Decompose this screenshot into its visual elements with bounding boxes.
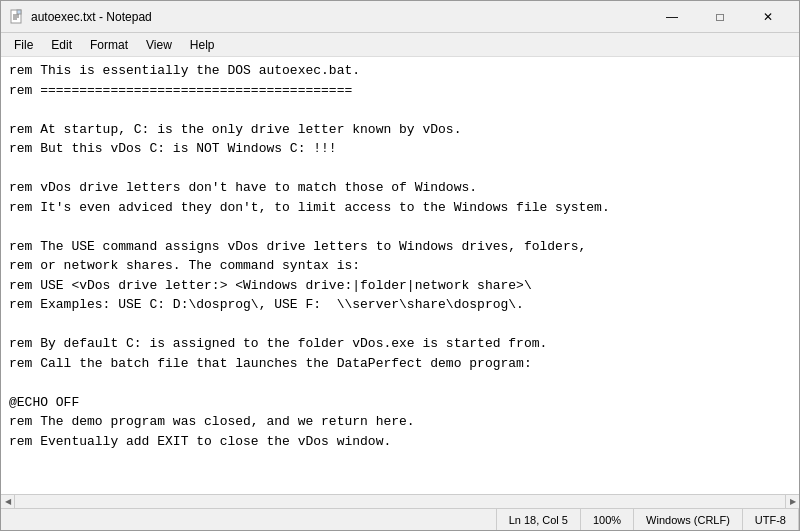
scroll-left-button[interactable]: ◀: [1, 495, 15, 509]
zoom-label: 100%: [593, 514, 621, 526]
menu-view[interactable]: View: [137, 35, 181, 55]
status-bar: Ln 18, Col 5 100% Windows (CRLF) UTF-8: [1, 508, 799, 530]
window-controls: — □ ✕: [649, 3, 791, 31]
ln-col-label: Ln 18, Col 5: [509, 514, 568, 526]
minimize-button[interactable]: —: [649, 3, 695, 31]
scrollbar-track[interactable]: [15, 495, 785, 509]
app-icon: [9, 9, 25, 25]
title-bar: autoexec.txt - Notepad — □ ✕: [1, 1, 799, 33]
status-line-endings: Windows (CRLF): [634, 509, 743, 530]
status-zoom: 100%: [581, 509, 634, 530]
line-endings-label: Windows (CRLF): [646, 514, 730, 526]
window-title: autoexec.txt - Notepad: [31, 10, 649, 24]
status-encoding: UTF-8: [743, 509, 799, 530]
text-editor[interactable]: rem This is essentially the DOS autoexec…: [1, 57, 799, 494]
svg-rect-1: [17, 10, 21, 14]
scroll-right-button[interactable]: ▶: [785, 495, 799, 509]
maximize-button[interactable]: □: [697, 3, 743, 31]
status-empty: [1, 509, 497, 530]
status-cursor: Ln 18, Col 5: [497, 509, 581, 530]
menu-bar: File Edit Format View Help: [1, 33, 799, 57]
menu-help[interactable]: Help: [181, 35, 224, 55]
horizontal-scrollbar: ◀ ▶: [1, 494, 799, 508]
menu-file[interactable]: File: [5, 35, 42, 55]
menu-edit[interactable]: Edit: [42, 35, 81, 55]
menu-format[interactable]: Format: [81, 35, 137, 55]
notepad-window: autoexec.txt - Notepad — □ ✕ File Edit F…: [0, 0, 800, 531]
close-button[interactable]: ✕: [745, 3, 791, 31]
encoding-label: UTF-8: [755, 514, 786, 526]
editor-area: rem This is essentially the DOS autoexec…: [1, 57, 799, 494]
